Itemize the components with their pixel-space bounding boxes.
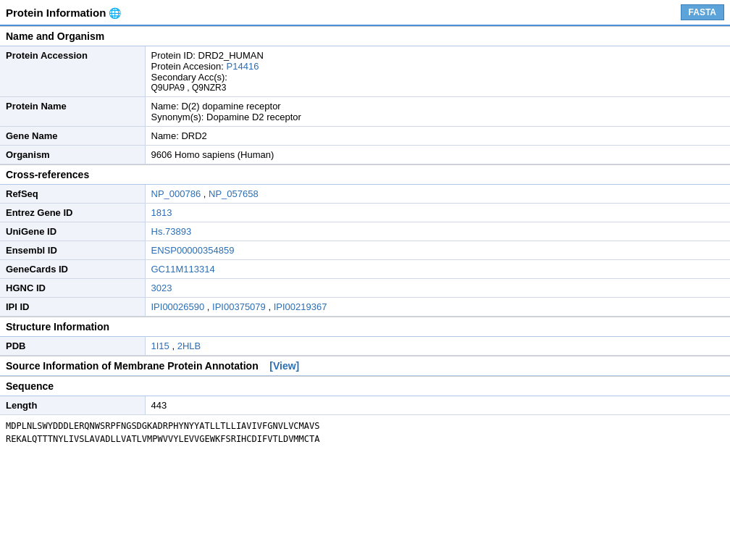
table-row: Organism 9606 Homo sapiens (Human)	[0, 146, 730, 164]
organism-label: Organism	[0, 146, 145, 164]
table-row: RefSeq NP_000786 , NP_057658	[0, 185, 730, 204]
table-row: IPI ID IPI00026590 , IPI00375079 , IPI00…	[0, 298, 730, 317]
refseq-label: RefSeq	[0, 185, 145, 204]
gene-name-label: Gene Name	[0, 127, 145, 146]
name-organism-table: Protein Accession Protein ID: DRD2_HUMAN…	[0, 46, 730, 164]
page-header: Protein Information 🌐 FASTA	[0, 0, 730, 26]
ipi-link-1[interactable]: IPI00026590	[151, 301, 205, 312]
protein-name-label: Protein Name	[0, 97, 145, 127]
secondary-acc-values: Q9UPA9 , Q9NZR3	[151, 83, 725, 93]
length-label: Length	[0, 396, 145, 415]
gene-name-value: Name: DRD2	[145, 127, 730, 146]
table-row: GeneCards ID GC11M113314	[0, 260, 730, 279]
p14416-link[interactable]: P14416	[227, 61, 259, 72]
pdb-value: 1I15 , 2HLB	[145, 337, 730, 356]
protein-name-line2: Synonym(s): Dopamine D2 receptor	[151, 112, 725, 122]
structure-table: PDB 1I15 , 2HLB	[0, 337, 730, 356]
pdb-link-2[interactable]: 2HLB	[177, 340, 201, 351]
ipi-id-value: IPI00026590 , IPI00375079 , IPI00219367	[145, 298, 730, 317]
entrez-gene-id-value: 1813	[145, 204, 730, 222]
table-row: Entrez Gene ID 1813	[0, 204, 730, 222]
organism-value: 9606 Homo sapiens (Human)	[145, 146, 730, 164]
section-structure: Structure Information	[0, 317, 730, 337]
hgnc-id-label: HGNC ID	[0, 279, 145, 298]
table-row: Protein Name Name: D(2) dopamine recepto…	[0, 97, 730, 127]
cross-references-table: RefSeq NP_000786 , NP_057658 Entrez Gene…	[0, 185, 730, 317]
table-row: HGNC ID 3023	[0, 279, 730, 298]
refseq-link-1[interactable]: NP_000786	[151, 188, 201, 199]
ensembl-id-value: ENSP00000354859	[145, 241, 730, 260]
refseq-link-2[interactable]: NP_057658	[209, 188, 259, 199]
sequence-text: MDPLNLSWYDDDLERQNWSRPFNGSDGKADRPHYNYYATL…	[0, 415, 730, 450]
page-title: Protein Information 🌐	[6, 7, 121, 19]
pdb-label: PDB	[0, 337, 145, 356]
protein-accession-line: Protein Accesion: P14416	[151, 61, 725, 72]
globe-icon: 🌐	[109, 7, 121, 19]
protein-accession-value: Protein ID: DRD2_HUMAN Protein Accesion:…	[145, 46, 730, 97]
pdb-link-1[interactable]: 1I15	[151, 340, 169, 351]
protein-name-value: Name: D(2) dopamine receptor Synonym(s):…	[145, 97, 730, 127]
genecards-id-label: GeneCards ID	[0, 260, 145, 279]
section-sequence: Sequence	[0, 376, 730, 396]
protein-id-line: Protein ID: DRD2_HUMAN	[151, 50, 725, 61]
entrez-gene-link[interactable]: 1813	[151, 207, 172, 218]
ipi-link-3[interactable]: IPI00219367	[274, 301, 327, 312]
ipi-link-2[interactable]: IPI00375079	[212, 301, 266, 312]
table-row: Ensembl ID ENSP00000354859	[0, 241, 730, 260]
unigene-id-label: UniGene ID	[0, 222, 145, 241]
fasta-button[interactable]: FASTA	[681, 4, 724, 20]
hgnc-id-value: 3023	[145, 279, 730, 298]
view-link[interactable]: [View]	[269, 360, 299, 372]
table-row: Protein Accession Protein ID: DRD2_HUMAN…	[0, 46, 730, 97]
table-row: UniGene ID Hs.73893	[0, 222, 730, 241]
section-source: Source Information of Membrane Protein A…	[0, 356, 730, 376]
genecards-link[interactable]: GC11M113314	[151, 264, 215, 275]
table-row: PDB 1I15 , 2HLB	[0, 337, 730, 356]
table-row: Length 443	[0, 396, 730, 415]
ensembl-id-label: Ensembl ID	[0, 241, 145, 260]
genecards-id-value: GC11M113314	[145, 260, 730, 279]
unigene-id-value: Hs.73893	[145, 222, 730, 241]
protein-name-line1: Name: D(2) dopamine receptor	[151, 101, 725, 112]
section-name-organism: Name and Organism	[0, 26, 730, 46]
ipi-id-label: IPI ID	[0, 298, 145, 317]
secondary-acc-label: Secondary Acc(s):	[151, 72, 725, 83]
protein-accession-label: Protein Accession	[0, 46, 145, 97]
sequence-table: Length 443	[0, 396, 730, 415]
ensembl-link[interactable]: ENSP00000354859	[151, 245, 235, 256]
table-row: Gene Name Name: DRD2	[0, 127, 730, 146]
length-value: 443	[145, 396, 730, 415]
hgnc-link[interactable]: 3023	[151, 283, 172, 293]
entrez-gene-id-label: Entrez Gene ID	[0, 204, 145, 222]
section-cross-references: Cross-references	[0, 164, 730, 185]
unigene-link[interactable]: Hs.73893	[151, 226, 192, 237]
refseq-value: NP_000786 , NP_057658	[145, 185, 730, 204]
